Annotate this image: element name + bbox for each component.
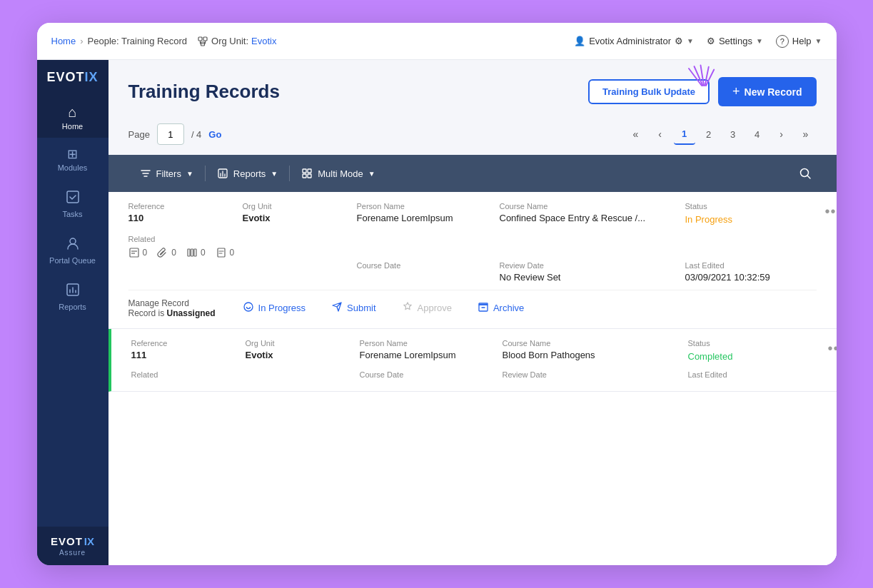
filter-icon [140, 168, 151, 179]
sidebar-bottom-logo: EVOTIX Assure [37, 527, 109, 565]
gear-icon: ⚙ [675, 36, 683, 46]
records-area: Reference 110 Org Unit Evotix Person Nam… [109, 192, 837, 565]
manage-record-label: Manage RecordRecord is Unassigned [128, 298, 216, 318]
user-menu[interactable]: 👤 Evotix Administrator ⚙ ▼ [574, 36, 694, 46]
reports-icon [65, 282, 81, 300]
svg-point-7 [70, 238, 76, 244]
search-button[interactable] [794, 162, 817, 185]
reports-button[interactable]: Reports ▼ [206, 163, 289, 183]
logo: EVOTIX [46, 70, 98, 85]
sidebar-item-tasks[interactable]: Tasks [37, 179, 109, 225]
top-nav: Home › People: Training Record Org Unit:… [37, 23, 837, 60]
record2-date-row: Related Course Date Review Date Last Edi… [131, 370, 817, 381]
table-row: Reference 110 Org Unit Evotix Person Nam… [109, 192, 837, 329]
course-date2-col: Course Date [360, 370, 503, 381]
modules-icon: ⊞ [67, 148, 78, 161]
related-forms: 0 [128, 247, 148, 258]
last-page-button[interactable]: » [795, 123, 817, 145]
reports-toolbar-icon [217, 168, 228, 179]
reports-chevron: ▼ [271, 170, 278, 178]
related-attachments: 0 [157, 247, 176, 258]
new-record-button[interactable]: + New Record [718, 77, 816, 106]
record-main-row: Reference 110 Org Unit Evotix Person Nam… [128, 202, 817, 226]
first-page-button[interactable]: « [625, 123, 647, 145]
course-date-col: Course Date [357, 261, 500, 272]
home-icon: ⌂ [68, 105, 76, 119]
svg-rect-21 [130, 248, 138, 257]
person-name-col: Person Name Forename LoremIpsum [357, 202, 500, 223]
org-unit-col: Org Unit Evotix [243, 202, 357, 223]
user-name: Evotix Administrator [589, 36, 671, 46]
related-library: 0 [186, 247, 206, 258]
attachment-icon [157, 247, 168, 258]
svg-rect-6 [67, 191, 79, 203]
sidebar-item-home[interactable]: ⌂ Home [37, 95, 109, 138]
sidebar-item-modules[interactable]: ⊞ Modules [37, 138, 109, 179]
search-icon [799, 167, 812, 180]
submit-button[interactable]: Submit [318, 298, 388, 318]
sidebar-item-reports[interactable]: Reports [37, 272, 109, 318]
page-total: / 4 [191, 129, 201, 140]
more-options[interactable]: ••• [814, 202, 837, 220]
go-button[interactable]: Go [208, 129, 221, 140]
more-options2[interactable]: ••• [817, 339, 837, 357]
forms-icon [128, 247, 140, 258]
filters-button[interactable]: Filters ▼ [128, 163, 205, 183]
filters-chevron: ▼ [186, 170, 193, 178]
multimode-button[interactable]: Multi Mode ▼ [290, 163, 386, 183]
settings-menu[interactable]: ⚙ Settings ▼ [707, 36, 763, 46]
record2-main-row: Reference 111 Org Unit Evotix Person Nam… [131, 339, 817, 363]
person-name2-col: Person Name Forename LoremIpsum [360, 339, 503, 360]
reference-col: Reference 110 [128, 202, 243, 223]
page-num-1[interactable]: 1 [674, 123, 695, 145]
main-content: Training Records Training Bulk Update + … [109, 60, 837, 565]
svg-rect-25 [191, 249, 193, 256]
breadcrumb-current: People: Training Record [88, 36, 187, 46]
status2-col: Status Completed [688, 339, 817, 363]
svg-rect-0 [198, 37, 202, 41]
submit-icon [331, 301, 343, 315]
library-icon [186, 247, 198, 258]
content-header: Training Records Training Bulk Update + … [109, 60, 837, 118]
prev-page-button[interactable]: ‹ [650, 123, 671, 145]
training-bulk-update-button[interactable]: Training Bulk Update [588, 79, 710, 104]
settings-chevron: ▼ [756, 37, 763, 45]
in-progress-button[interactable]: In Progress [230, 298, 318, 318]
help-chevron: ▼ [815, 37, 822, 45]
archive-button[interactable]: Archive [465, 298, 537, 318]
page-num-2[interactable]: 2 [698, 123, 720, 145]
last-edited2-col: Last Edited [688, 370, 817, 381]
record-actions: Manage RecordRecord is Unassigned In Pro… [128, 290, 817, 318]
in-progress-icon [243, 301, 254, 315]
settings-gear-icon: ⚙ [707, 36, 715, 46]
help-menu[interactable]: ? Help ▼ [776, 35, 822, 48]
page-title: Training Records [128, 81, 280, 103]
org-unit2-col: Org Unit Evotix [246, 339, 360, 360]
toolbar: Filters ▼ Reports ▼ Multi Mode ▼ [109, 155, 837, 192]
notes-icon [216, 247, 227, 258]
page-num-4[interactable]: 4 [747, 123, 768, 145]
page-num-3[interactable]: 3 [722, 123, 744, 145]
next-page-button[interactable]: › [771, 123, 792, 145]
archive-icon [478, 301, 489, 315]
multimode-chevron: ▼ [368, 170, 375, 178]
tasks-icon [65, 189, 81, 207]
related2-col: Related [131, 370, 246, 381]
svg-rect-18 [308, 174, 311, 178]
page-input[interactable] [157, 123, 184, 145]
sidebar-item-portal-queue[interactable]: Portal Queue [37, 225, 109, 272]
table-row: Reference 111 Org Unit Evotix Person Nam… [109, 329, 837, 392]
breadcrumb: Home › People: Training Record Org Unit:… [51, 36, 566, 47]
header-actions: Training Bulk Update + New Record [588, 77, 816, 106]
approve-icon [402, 301, 413, 315]
review-date2-col: Review Date [503, 370, 688, 381]
breadcrumb-home[interactable]: Home [51, 36, 76, 46]
portal-queue-icon [65, 235, 81, 253]
svg-rect-26 [194, 249, 196, 256]
plus-icon: + [732, 84, 740, 99]
user-icon: 👤 [574, 36, 585, 46]
nav-actions: 👤 Evotix Administrator ⚙ ▼ ⚙ Settings ▼ … [574, 35, 822, 48]
last-edited-col: Last Edited 03/09/2021 10:32:59 [685, 261, 814, 283]
course-name2-col: Course Name Blood Born Pathogens [503, 339, 688, 360]
svg-line-20 [807, 176, 810, 178]
